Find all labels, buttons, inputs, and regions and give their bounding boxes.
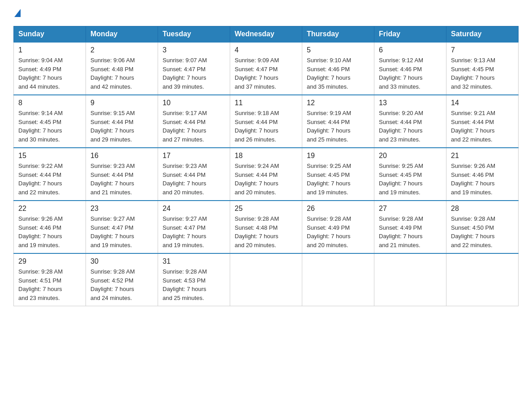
calendar-cell: 12 Sunrise: 9:19 AMSunset: 4:44 PMDaylig…	[302, 95, 374, 148]
calendar-table: SundayMondayTuesdayWednesdayThursdayFrid…	[13, 26, 519, 306]
logo-triangle-icon	[14, 9, 21, 17]
day-info: Sunrise: 9:26 AMSunset: 4:46 PMDaylight:…	[451, 163, 495, 196]
calendar-cell: 21 Sunrise: 9:26 AMSunset: 4:46 PMDaylig…	[446, 148, 519, 201]
day-number: 23	[90, 205, 153, 213]
calendar-cell: 26 Sunrise: 9:28 AMSunset: 4:49 PMDaylig…	[302, 201, 374, 253]
day-info: Sunrise: 9:28 AMSunset: 4:49 PMDaylight:…	[307, 215, 351, 248]
day-info: Sunrise: 9:21 AMSunset: 4:44 PMDaylight:…	[451, 110, 495, 143]
day-info: Sunrise: 9:28 AMSunset: 4:52 PMDaylight:…	[90, 268, 135, 301]
day-number: 25	[235, 205, 297, 213]
calendar-cell: 7 Sunrise: 9:13 AMSunset: 4:45 PMDayligh…	[446, 42, 519, 95]
calendar-cell	[374, 253, 446, 306]
calendar-cell: 3 Sunrise: 9:07 AMSunset: 4:47 PMDayligh…	[158, 42, 230, 95]
day-number: 31	[163, 257, 225, 265]
calendar-cell: 25 Sunrise: 9:28 AMSunset: 4:48 PMDaylig…	[230, 201, 302, 253]
calendar-cell: 14 Sunrise: 9:21 AMSunset: 4:44 PMDaylig…	[446, 95, 519, 148]
day-number: 1	[18, 46, 81, 54]
day-number: 5	[307, 46, 369, 54]
day-info: Sunrise: 9:14 AMSunset: 4:45 PMDaylight:…	[18, 110, 63, 143]
day-number: 21	[451, 152, 514, 160]
calendar-header-row: SundayMondayTuesdayWednesdayThursdayFrid…	[14, 26, 519, 43]
day-info: Sunrise: 9:15 AMSunset: 4:44 PMDaylight:…	[90, 110, 135, 143]
day-info: Sunrise: 9:22 AMSunset: 4:44 PMDaylight:…	[18, 163, 63, 196]
calendar-cell: 24 Sunrise: 9:27 AMSunset: 4:47 PMDaylig…	[158, 201, 230, 253]
col-header-monday: Monday	[86, 26, 158, 43]
day-number: 13	[379, 99, 442, 107]
day-info: Sunrise: 9:26 AMSunset: 4:46 PMDaylight:…	[18, 215, 63, 248]
day-info: Sunrise: 9:09 AMSunset: 4:47 PMDaylight:…	[235, 57, 279, 90]
day-number: 9	[90, 99, 153, 107]
day-info: Sunrise: 9:28 AMSunset: 4:48 PMDaylight:…	[235, 215, 279, 248]
calendar-cell	[230, 253, 302, 306]
calendar-cell: 8 Sunrise: 9:14 AMSunset: 4:45 PMDayligh…	[14, 95, 86, 148]
day-info: Sunrise: 9:28 AMSunset: 4:50 PMDaylight:…	[451, 215, 495, 248]
day-info: Sunrise: 9:20 AMSunset: 4:44 PMDaylight:…	[379, 110, 423, 143]
day-number: 24	[163, 205, 225, 213]
day-number: 20	[379, 152, 442, 160]
day-number: 30	[90, 257, 153, 265]
day-number: 2	[90, 46, 153, 54]
col-header-thursday: Thursday	[302, 26, 374, 43]
logo	[13, 9, 21, 17]
day-number: 26	[307, 205, 369, 213]
calendar-week-row: 29 Sunrise: 9:28 AMSunset: 4:51 PMDaylig…	[14, 253, 519, 306]
calendar-week-row: 1 Sunrise: 9:04 AMSunset: 4:49 PMDayligh…	[14, 42, 519, 95]
day-number: 4	[235, 46, 297, 54]
day-number: 11	[235, 99, 297, 107]
page-header	[13, 9, 519, 17]
day-info: Sunrise: 9:23 AMSunset: 4:44 PMDaylight:…	[163, 163, 207, 196]
day-info: Sunrise: 9:27 AMSunset: 4:47 PMDaylight:…	[90, 215, 135, 248]
calendar-cell: 6 Sunrise: 9:12 AMSunset: 4:46 PMDayligh…	[374, 42, 446, 95]
calendar-cell	[302, 253, 374, 306]
calendar-cell: 10 Sunrise: 9:17 AMSunset: 4:44 PMDaylig…	[158, 95, 230, 148]
col-header-wednesday: Wednesday	[230, 26, 302, 43]
calendar-cell: 28 Sunrise: 9:28 AMSunset: 4:50 PMDaylig…	[446, 201, 519, 253]
col-header-sunday: Sunday	[14, 26, 86, 43]
day-number: 16	[90, 152, 153, 160]
calendar-cell: 18 Sunrise: 9:24 AMSunset: 4:44 PMDaylig…	[230, 148, 302, 201]
calendar-cell: 31 Sunrise: 9:28 AMSunset: 4:53 PMDaylig…	[158, 253, 230, 306]
day-number: 17	[163, 152, 225, 160]
day-info: Sunrise: 9:25 AMSunset: 4:45 PMDaylight:…	[379, 163, 423, 196]
day-info: Sunrise: 9:12 AMSunset: 4:46 PMDaylight:…	[379, 57, 423, 90]
day-number: 7	[451, 46, 514, 54]
day-number: 3	[163, 46, 225, 54]
day-number: 19	[307, 152, 369, 160]
calendar-cell: 4 Sunrise: 9:09 AMSunset: 4:47 PMDayligh…	[230, 42, 302, 95]
calendar-week-row: 8 Sunrise: 9:14 AMSunset: 4:45 PMDayligh…	[14, 95, 519, 148]
day-number: 18	[235, 152, 297, 160]
day-info: Sunrise: 9:19 AMSunset: 4:44 PMDaylight:…	[307, 110, 351, 143]
calendar-cell: 22 Sunrise: 9:26 AMSunset: 4:46 PMDaylig…	[14, 201, 86, 253]
day-number: 8	[18, 99, 81, 107]
day-number: 28	[451, 205, 514, 213]
day-number: 6	[379, 46, 442, 54]
day-number: 29	[18, 257, 81, 265]
calendar-cell: 20 Sunrise: 9:25 AMSunset: 4:45 PMDaylig…	[374, 148, 446, 201]
day-number: 27	[379, 205, 442, 213]
calendar-cell: 23 Sunrise: 9:27 AMSunset: 4:47 PMDaylig…	[86, 201, 158, 253]
day-info: Sunrise: 9:27 AMSunset: 4:47 PMDaylight:…	[163, 215, 207, 248]
day-info: Sunrise: 9:23 AMSunset: 4:44 PMDaylight:…	[90, 163, 135, 196]
day-info: Sunrise: 9:10 AMSunset: 4:46 PMDaylight:…	[307, 57, 351, 90]
day-number: 14	[451, 99, 514, 107]
day-number: 22	[18, 205, 81, 213]
day-info: Sunrise: 9:24 AMSunset: 4:44 PMDaylight:…	[235, 163, 279, 196]
day-info: Sunrise: 9:18 AMSunset: 4:44 PMDaylight:…	[235, 110, 279, 143]
day-info: Sunrise: 9:13 AMSunset: 4:45 PMDaylight:…	[451, 57, 495, 90]
day-info: Sunrise: 9:28 AMSunset: 4:53 PMDaylight:…	[163, 268, 207, 301]
calendar-cell: 16 Sunrise: 9:23 AMSunset: 4:44 PMDaylig…	[86, 148, 158, 201]
calendar-cell: 2 Sunrise: 9:06 AMSunset: 4:48 PMDayligh…	[86, 42, 158, 95]
day-number: 10	[163, 99, 225, 107]
day-info: Sunrise: 9:06 AMSunset: 4:48 PMDaylight:…	[90, 57, 135, 90]
calendar-week-row: 15 Sunrise: 9:22 AMSunset: 4:44 PMDaylig…	[14, 148, 519, 201]
day-info: Sunrise: 9:25 AMSunset: 4:45 PMDaylight:…	[307, 163, 351, 196]
calendar-cell: 19 Sunrise: 9:25 AMSunset: 4:45 PMDaylig…	[302, 148, 374, 201]
calendar-cell: 30 Sunrise: 9:28 AMSunset: 4:52 PMDaylig…	[86, 253, 158, 306]
calendar-cell: 1 Sunrise: 9:04 AMSunset: 4:49 PMDayligh…	[14, 42, 86, 95]
calendar-cell: 5 Sunrise: 9:10 AMSunset: 4:46 PMDayligh…	[302, 42, 374, 95]
col-header-tuesday: Tuesday	[158, 26, 230, 43]
day-info: Sunrise: 9:28 AMSunset: 4:51 PMDaylight:…	[18, 268, 63, 301]
calendar-cell	[446, 253, 519, 306]
calendar-cell: 27 Sunrise: 9:28 AMSunset: 4:49 PMDaylig…	[374, 201, 446, 253]
day-info: Sunrise: 9:04 AMSunset: 4:49 PMDaylight:…	[18, 57, 63, 90]
